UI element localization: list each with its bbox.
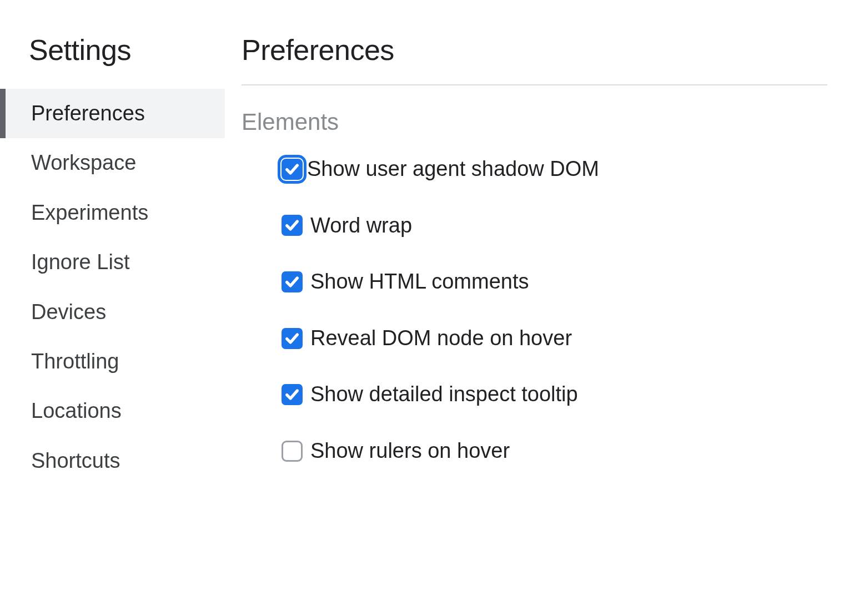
checkbox-icon [282, 215, 303, 236]
option-label: Word wrap [310, 213, 412, 239]
checkbox-icon [282, 384, 303, 405]
sidebar-item-devices[interactable]: Devices [0, 287, 225, 337]
checkbox-icon [282, 441, 303, 462]
sidebar-item-throttling[interactable]: Throttling [0, 337, 225, 386]
option-show-user-agent-shadow-dom[interactable]: Show user agent shadow DOM [282, 156, 827, 182]
sidebar-item-workspace[interactable]: Workspace [0, 138, 225, 188]
sidebar-item-shortcuts[interactable]: Shortcuts [0, 436, 225, 486]
sidebar-item-ignore-list[interactable]: Ignore List [0, 238, 225, 287]
sidebar-item-label: Throttling [31, 350, 119, 373]
sidebar-item-label: Devices [31, 300, 106, 324]
checkbox-icon [282, 328, 303, 349]
option-label: Show detailed inspect tooltip [310, 382, 578, 407]
sidebar-item-label: Preferences [31, 102, 145, 125]
option-reveal-dom-node-on-hover[interactable]: Reveal DOM node on hover [282, 326, 827, 351]
option-label: Show user agent shadow DOM [307, 156, 599, 182]
option-word-wrap[interactable]: Word wrap [282, 213, 827, 239]
elements-options-list: Show user agent shadow DOM Word wrap Sho… [242, 156, 827, 464]
sidebar-item-label: Experiments [31, 201, 148, 224]
preferences-panel: Preferences Elements Show user agent sha… [225, 0, 844, 616]
sidebar-item-preferences[interactable]: Preferences [0, 89, 225, 138]
sidebar-item-label: Workspace [31, 151, 136, 174]
sidebar-item-label: Ignore List [31, 250, 129, 274]
sidebar-item-label: Locations [31, 399, 122, 422]
option-show-html-comments[interactable]: Show HTML comments [282, 269, 827, 295]
sidebar-item-label: Shortcuts [31, 449, 120, 472]
option-label: Show HTML comments [310, 269, 529, 295]
checkbox-icon [282, 159, 303, 180]
sidebar-item-experiments[interactable]: Experiments [0, 188, 225, 238]
option-label: Show rulers on hover [310, 438, 510, 464]
option-show-detailed-inspect-tooltip[interactable]: Show detailed inspect tooltip [282, 382, 827, 407]
option-show-rulers-on-hover[interactable]: Show rulers on hover [282, 438, 827, 464]
checkbox-icon [282, 271, 303, 292]
settings-sidebar: Settings Preferences Workspace Experimen… [0, 0, 225, 616]
page-title: Preferences [242, 33, 827, 85]
sidebar-item-locations[interactable]: Locations [0, 386, 225, 436]
option-label: Reveal DOM node on hover [310, 326, 572, 351]
section-title-elements: Elements [242, 109, 827, 135]
sidebar-title: Settings [0, 33, 225, 67]
